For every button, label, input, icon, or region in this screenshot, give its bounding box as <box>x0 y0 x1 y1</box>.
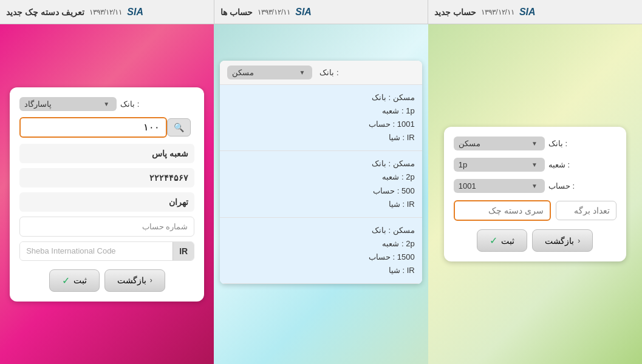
panel1-back-label: بازگشت <box>117 275 146 285</box>
panel1-confirm-button[interactable]: ثبت ✓ <box>49 269 100 292</box>
account-item-2[interactable]: مسکن : بانک 2p : شعبه 500 : حساب IR : شی… <box>220 151 422 217</box>
panel-checkbook: : بانک ▼ مسکن : شعبه ▼ 1p : حساب ▼ <box>428 24 642 364</box>
accounts-header: : بانک ▼ مسکن <box>220 61 422 85</box>
sheba-prefix: IR <box>172 242 194 260</box>
search-button[interactable]: 🔍 <box>167 118 191 136</box>
search-input[interactable]: ۱۰۰ <box>19 117 167 138</box>
header-panel2: SIA ۱۳۹۳/۱۲/۱۱ حساب ها <box>214 0 429 24</box>
dropdown-arrow-icon: ▼ <box>103 101 109 107</box>
panel3-confirm-label: ثبت <box>501 236 514 246</box>
search-input-wrapper: ۱۰۰ <box>19 117 167 138</box>
bank-dropdown-value: پاسارگاد <box>24 99 52 109</box>
panel1-btn-row: ‹ بازگشت ثبت ✓ <box>19 269 194 292</box>
panel3-chevron-icon: ‹ <box>578 237 580 245</box>
checkbook-bank-label: : بانک <box>548 139 567 148</box>
check-icon: ✓ <box>62 275 70 286</box>
checkbook-branch-arrow-icon: ▼ <box>531 161 538 168</box>
checkbook-account-value: 1001 <box>459 181 476 190</box>
account1-account: 1001 : حساب <box>227 118 414 131</box>
checkbook-branch-value: 1p <box>459 160 467 169</box>
date-panel3: ۱۳۹۳/۱۲/۱۱ <box>89 8 123 16</box>
top-bar: SIA ۱۳۹۳/۱۲/۱۱ تعریف دسته چک جدید SIA ۱۳… <box>0 0 642 24</box>
accounts-bank-label: : بانک <box>319 68 338 77</box>
account-number-box: ۲۲۲۴۴۵۶۷ <box>19 168 194 187</box>
panel1-back-button[interactable]: ‹ بازگشت <box>104 269 165 292</box>
checkbook-account-arrow-icon: ▼ <box>531 183 538 189</box>
main-content: : بانک ▼ پاسارگاد 🔍 ۱۰۰ شعبه پاس ۲۲۲۴۴۵۶… <box>0 24 642 364</box>
logo-panel2: SIA <box>295 7 312 18</box>
account3-sheba: IR : شیا <box>227 264 414 277</box>
title-panel3: تعریف دسته چک جدید <box>6 7 84 17</box>
accounts-bank-value: مسکن <box>232 68 254 77</box>
checkbook-bank-arrow-icon: ▼ <box>531 140 538 147</box>
bank-label: : بانک <box>120 99 139 109</box>
accounts-bank-dropdown[interactable]: ▼ مسکن <box>227 66 312 79</box>
bank-row: : بانک ▼ پاسارگاد <box>19 97 194 111</box>
checkbook-account-dropdown[interactable]: ▼ 1001 <box>454 179 545 193</box>
account2-account: 500 : حساب <box>227 184 414 198</box>
checkbook-bank-row: : بانک ▼ مسکن <box>454 136 616 150</box>
date-panel2: ۱۳۹۳/۱۲/۱۱ <box>258 8 291 16</box>
chevron-right-icon: ‹ <box>150 276 152 285</box>
logo-panel3: SIA <box>127 7 143 18</box>
checkbook-card: : بانک ▼ مسکن : شعبه ▼ 1p : حساب ▼ <box>444 127 626 261</box>
panel3-confirm-button[interactable]: ثبت ✓ <box>477 229 527 252</box>
checkbook-bank-dropdown[interactable]: ▼ مسکن <box>454 136 545 150</box>
panel1-confirm-label: ثبت <box>73 275 87 285</box>
checkbook-branch-label: : شعبه <box>548 160 570 169</box>
panel3-back-label: بازگشت <box>545 236 574 246</box>
check-details-row <box>454 200 616 221</box>
accounts-dropdown-arrow-icon: ▼ <box>299 69 305 76</box>
panel-new-account: : بانک ▼ پاسارگاد 🔍 ۱۰۰ شعبه پاس ۲۲۲۴۴۵۶… <box>0 24 214 364</box>
account3-branch: 2p : شعبه <box>227 237 414 251</box>
header-panel1: SIA ۱۳۹۳/۱۲/۱۱ حساب جدید <box>428 0 642 24</box>
branch-box: شعبه پاس <box>19 144 194 163</box>
title-panel1: حساب جدید <box>434 7 476 17</box>
checkbook-branch-row: : شعبه ▼ 1p <box>454 158 616 172</box>
title-panel2: حساب ها <box>220 7 253 17</box>
account1-bank: مسکن : بانک <box>227 91 414 104</box>
account2-branch: 2p : شعبه <box>227 170 414 184</box>
date-panel1: ۱۳۹۳/۱۲/۱۱ <box>481 8 514 16</box>
checkbook-account-row: : حساب ▼ 1001 <box>454 179 616 193</box>
checkbook-account-label: : حساب <box>548 181 575 190</box>
sheba-row: IR Sheba International Code <box>19 241 194 261</box>
panel3-btn-row: ‹ بازگشت ثبت ✓ <box>454 229 616 252</box>
checkbook-branch-dropdown[interactable]: ▼ 1p <box>454 158 545 172</box>
account-item-1[interactable]: مسکن : بانک 1p : شعبه 1001 : حساب IR : ش… <box>220 85 422 151</box>
account1-sheba: IR : شیا <box>227 131 414 144</box>
search-row: 🔍 ۱۰۰ <box>19 117 194 138</box>
panel3-check-icon: ✓ <box>490 235 497 246</box>
pages-input[interactable] <box>556 201 616 220</box>
checkbook-bank-value: مسکن <box>459 139 480 148</box>
account-item-3[interactable]: مسکن : بانک 2p : شعبه 1500 : حساب IR : ش… <box>220 218 422 284</box>
account2-sheba: IR : شیا <box>227 198 414 211</box>
logo-panel1: SIA <box>519 7 536 18</box>
bank-dropdown[interactable]: ▼ پاسارگاد <box>19 97 117 111</box>
account1-branch: 1p : شعبه <box>227 104 414 118</box>
sheba-input[interactable]: Sheba International Code <box>20 242 172 260</box>
account3-bank: مسکن : بانک <box>227 224 414 237</box>
panel-accounts: : بانک ▼ مسکن مسکن : بانک 1p : شعبه 1001… <box>214 24 428 364</box>
city-box: تهران <box>19 192 194 212</box>
accounts-list-card: : بانک ▼ مسکن مسکن : بانک 1p : شعبه 1001… <box>220 61 422 284</box>
account2-bank: مسکن : بانک <box>227 157 414 170</box>
header-panel3: SIA ۱۳۹۳/۱۲/۱۱ تعریف دسته چک جدید <box>0 0 214 24</box>
account-placeholder-box[interactable]: شماره حساب <box>19 217 194 237</box>
account3-account: 1500 : حساب <box>227 251 414 264</box>
panel3-back-button[interactable]: ‹ بازگشت <box>532 229 593 252</box>
check-series-input[interactable] <box>454 200 551 221</box>
new-account-card: : بانک ▼ پاسارگاد 🔍 ۱۰۰ شعبه پاس ۲۲۲۴۴۵۶… <box>10 87 204 302</box>
